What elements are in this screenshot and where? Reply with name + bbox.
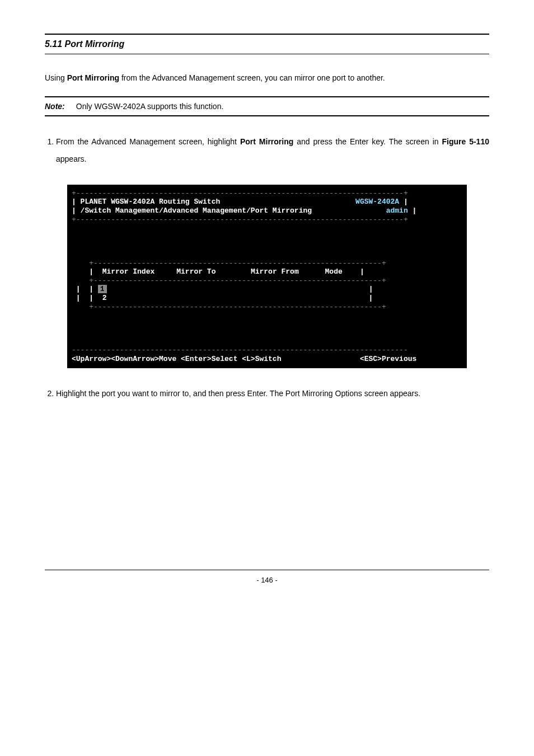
terminal-col3: Mirror From bbox=[251, 267, 299, 276]
step1-bold1: Port Mirroring bbox=[240, 137, 293, 146]
step1-suffix: appears. bbox=[56, 154, 86, 163]
intro-bold: Port Mirroring bbox=[67, 73, 119, 82]
step1-bold2: Figure 5-110 bbox=[442, 137, 489, 146]
terminal-footer-right: <ESC>Previous bbox=[360, 355, 416, 363]
step1-prefix: From the Advanced Management screen, hig… bbox=[56, 137, 240, 146]
intro-paragraph: Using Port Mirroring from the Advanced M… bbox=[45, 71, 489, 85]
terminal-title-left: PLANET WGSW-2402A Routing Switch bbox=[81, 198, 221, 206]
page-number: - 146 - bbox=[256, 576, 278, 584]
step-2: Highlight the port you want to mirror to… bbox=[56, 385, 489, 402]
terminal-footer-left: <UpArrow><DownArrow>Move <Enter>Select <… bbox=[72, 355, 281, 363]
terminal-title-right: WGSW-2402A bbox=[355, 198, 399, 206]
section-title: 5.11 Port Mirroring bbox=[45, 39, 124, 49]
terminal-path: /Switch Management/Advanced Management/P… bbox=[81, 206, 312, 215]
terminal-col4: Mode bbox=[325, 267, 343, 276]
terminal-col1: Mirror Index bbox=[102, 267, 155, 276]
step2-text: Highlight the port you want to mirror to… bbox=[56, 389, 420, 398]
section-header: 5.11 Port Mirroring bbox=[45, 34, 489, 54]
terminal-screenshot: +---------------------------------------… bbox=[67, 185, 467, 368]
terminal-col2: Mirror To bbox=[176, 267, 216, 276]
step-1: From the Advanced Management screen, hig… bbox=[56, 133, 489, 168]
note-text: Only WGSW-2402A supports this function. bbox=[76, 102, 224, 111]
terminal-admin: admin bbox=[386, 206, 408, 215]
note-label: Note: bbox=[45, 102, 65, 111]
intro-suffix: from the Advanced Management screen, you… bbox=[119, 73, 385, 82]
note-box: Note: Only WGSW-2402A supports this func… bbox=[45, 96, 489, 116]
step1-middle: and press the Enter key. The screen in bbox=[293, 137, 442, 146]
steps-list-2: Highlight the port you want to mirror to… bbox=[45, 385, 489, 402]
terminal-row2: 2 bbox=[102, 294, 107, 302]
page-footer: - 146 - bbox=[45, 570, 489, 584]
intro-prefix: Using bbox=[45, 73, 67, 82]
terminal-row1-highlighted: 1 bbox=[98, 285, 107, 293]
steps-list: From the Advanced Management screen, hig… bbox=[45, 133, 489, 168]
